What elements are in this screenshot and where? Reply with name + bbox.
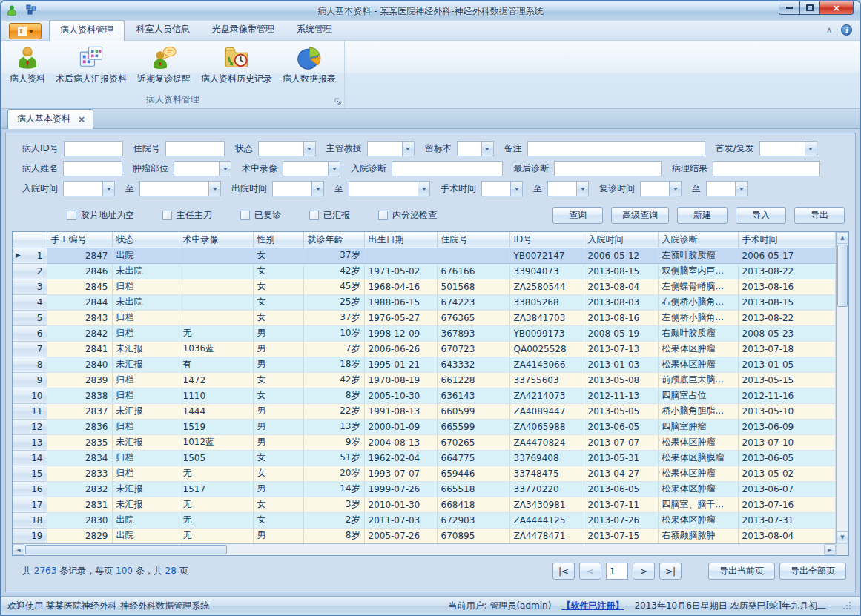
table-row[interactable]: 172831未汇报无女3岁2010-01-30668418ZA343098120… [13, 497, 836, 512]
table-row[interactable]: 182830出院无女2岁2011-07-03672903ZA4444125201… [13, 512, 836, 528]
tab-close-icon[interactable]: × [78, 116, 85, 123]
filter-input[interactable] [392, 161, 503, 176]
horizontal-scrollbar[interactable]: ◄ ► [13, 543, 836, 555]
horizontal-scroll-thumb[interactable] [25, 545, 227, 554]
dropdown-button[interactable] [402, 142, 414, 156]
ribbon-collapse-button[interactable]: ∧ [826, 25, 832, 35]
filter-combobox[interactable] [283, 161, 340, 176]
table-row[interactable]: 82840未汇报有男18岁1995-01-21643332ZA414306620… [13, 357, 836, 372]
ribbon-button[interactable]: 近期复诊提醒 [132, 42, 196, 92]
table-row[interactable]: 92839归档1472女42岁1970-08-19661228337556032… [13, 372, 836, 388]
first-page-button[interactable]: |< [552, 563, 575, 580]
filter-input[interactable] [63, 161, 122, 176]
close-button[interactable]: × [820, 1, 854, 15]
filter-input[interactable] [527, 141, 705, 156]
filter-checkbox[interactable]: 主任主刀 [162, 209, 212, 222]
registration-status-link[interactable]: 【软件已注册】 [561, 600, 624, 612]
column-header[interactable]: 术中录像 [179, 232, 253, 248]
app-menu-button[interactable] [9, 23, 42, 39]
dropdown-button[interactable] [418, 182, 429, 196]
column-header[interactable]: 性别 [253, 232, 303, 248]
scroll-right-icon[interactable]: ► [824, 544, 836, 555]
table-row[interactable]: 162832未汇报1517男14岁1999-07-266655183377022… [13, 481, 836, 497]
export-current-page-button[interactable]: 导出当前页 [708, 563, 775, 580]
ribbon-button[interactable]: 病人资料 [4, 42, 50, 92]
dropdown-button[interactable] [669, 182, 681, 196]
column-header[interactable]: 手术时间 [738, 232, 836, 248]
window-layout-icon[interactable] [26, 4, 37, 18]
filter-checkbox[interactable]: 内分泌检查 [378, 209, 437, 222]
ribbon-button[interactable]: 病人资料历史记录 [196, 42, 277, 92]
filter-combobox[interactable] [481, 181, 523, 196]
ribbon-tab[interactable]: 系统管理 [286, 20, 343, 40]
table-row[interactable]: 192829出院无男8岁2005-07-26670895ZA4478471201… [13, 528, 836, 543]
page-number-input[interactable] [606, 563, 628, 580]
dropdown-button[interactable] [805, 142, 817, 156]
filter-combobox[interactable] [640, 181, 682, 196]
filter-input[interactable] [64, 141, 123, 156]
column-header[interactable]: ID号 [509, 232, 584, 248]
dropdown-button[interactable] [735, 182, 747, 196]
column-header[interactable]: 住院号 [437, 232, 509, 248]
column-header[interactable]: 入院时间 [584, 232, 658, 248]
column-header[interactable]: 出生日期 [364, 232, 437, 248]
dropdown-button[interactable] [303, 142, 315, 156]
dropdown-button[interactable] [208, 182, 220, 196]
tab-patient-basic-info[interactable]: 病人基本资料 × [7, 109, 93, 129]
vertical-scrollbar[interactable]: ▲ ▼ [836, 232, 848, 543]
action-button[interactable]: 高级查询 [611, 207, 669, 224]
table-row[interactable]: 102838归档1110女8岁2005-10-30636143ZA4214073… [13, 388, 836, 403]
table-row[interactable]: 62842归档无男10岁1998-12-09367893YB0099173200… [13, 325, 836, 341]
filter-input[interactable] [554, 161, 662, 176]
filter-input[interactable] [713, 161, 820, 176]
ribbon-tab[interactable]: 科室人员信息 [126, 20, 200, 40]
filter-combobox[interactable] [258, 141, 316, 156]
table-row[interactable]: 22846未出院女42岁1971-05-02676166339040732013… [13, 263, 836, 279]
dropdown-button[interactable] [102, 182, 114, 196]
column-header[interactable]: 手工编号 [47, 232, 112, 248]
filter-checkbox[interactable]: 胶片地址为空 [67, 209, 134, 222]
filter-combobox[interactable] [367, 141, 415, 156]
table-row[interactable]: 52843归档女37岁1976-05-27676365ZA38417032013… [13, 310, 836, 325]
column-header[interactable]: 状态 [112, 232, 179, 248]
dropdown-button[interactable] [328, 162, 340, 176]
column-header[interactable] [13, 232, 47, 248]
filter-combobox[interactable] [272, 181, 324, 196]
dropdown-button[interactable] [311, 182, 323, 196]
dropdown-button[interactable] [510, 182, 522, 196]
ribbon-button[interactable]: 术后病人汇报资料 [50, 42, 132, 92]
filter-combobox[interactable] [457, 141, 494, 156]
column-header[interactable]: 就诊年龄 [303, 232, 364, 248]
scroll-down-icon[interactable]: ▼ [837, 531, 848, 543]
help-icon[interactable]: i [841, 24, 852, 36]
minimize-button[interactable] [779, 1, 800, 15]
maximize-button[interactable] [800, 1, 820, 15]
table-row[interactable]: 42844未出院女25岁1988-06-15674223338052682013… [13, 294, 836, 310]
table-row[interactable]: 152833归档无女20岁1993-07-0765944633748475201… [13, 466, 836, 481]
dialog-launcher-icon[interactable] [334, 97, 343, 106]
action-button[interactable]: 查询 [552, 207, 603, 224]
table-row[interactable]: 32845归档女45岁1968-04-16501568ZA25805442013… [13, 279, 836, 294]
table-row[interactable]: 72841未汇报1036蓝男7岁2006-06-26670723QA002552… [13, 341, 836, 357]
filter-checkbox[interactable]: 已复诊 [240, 209, 281, 222]
action-button[interactable]: 新建 [677, 207, 728, 224]
table-row[interactable]: ▶12847出院女37岁YB00721472006-05-12左额叶胶质瘤200… [13, 248, 836, 263]
ribbon-button[interactable]: 病人数据报表 [277, 42, 341, 92]
table-row[interactable]: 132835未汇报1012蓝男9岁2004-08-13670265ZA44708… [13, 434, 836, 450]
action-button[interactable]: 导入 [736, 207, 786, 224]
table-row[interactable]: 122836归档1519男13岁2000-01-09665599ZA406598… [13, 419, 836, 434]
ribbon-tab[interactable]: 光盘录像带管理 [202, 20, 285, 40]
filter-combobox[interactable] [759, 141, 817, 156]
next-page-button[interactable]: > [633, 563, 655, 580]
filter-input[interactable] [165, 141, 225, 156]
filter-combobox[interactable] [547, 181, 589, 196]
last-page-button[interactable]: >| [659, 563, 682, 580]
filter-combobox[interactable] [63, 181, 115, 196]
dropdown-button[interactable] [481, 142, 493, 156]
action-button[interactable]: 导出 [794, 207, 845, 224]
filter-combobox[interactable] [706, 181, 748, 196]
resize-grip-icon[interactable] [842, 601, 852, 611]
vertical-scroll-thumb[interactable] [837, 245, 848, 307]
scroll-left-icon[interactable]: ◄ [13, 544, 24, 555]
dropdown-button[interactable] [219, 162, 231, 176]
